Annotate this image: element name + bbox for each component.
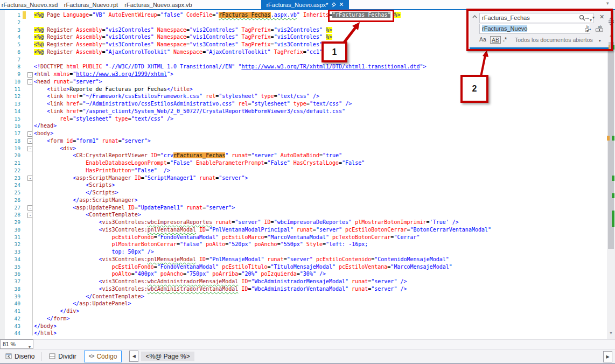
outline-margin [26,293,34,300]
code-line-32[interactable]: 32 plMostrarBotonCerrar="false" poAlto="… [0,241,607,248]
tag-navigator-forward-icon[interactable]: ▶ [603,351,612,362]
code-line-38[interactable]: 38 <vis3Controles:wbcAdministradorVentan… [0,285,607,293]
scrollbar-mark [607,136,610,141]
outline-margin [26,189,34,197]
callout-box-1: 1 [322,41,347,62]
line-number: 26 [0,197,23,204]
code-text: </div> [34,307,607,315]
line-number: 42 [0,315,23,323]
outline-margin [26,26,34,34]
code-text: <div> [34,145,607,152]
code-line-18[interactable]: 18- <form id="form1" runat="server"> [0,137,607,145]
code-line-17[interactable]: 17-<body> [0,130,607,137]
code-line-20[interactable]: 20 <CR:CrystalReportViewer ID="crvrFactu… [0,152,607,159]
line-number: 3 [0,26,23,34]
line-number: 9 [0,71,23,78]
code-line-34[interactable]: 34 <vis3Controles:pnlMensajeModal ID="Pn… [0,256,607,263]
line-number: 31 [0,234,23,241]
outline-margin: - [26,145,34,152]
line-number: 43 [0,323,23,330]
separator [41,352,41,361]
outline-margin [26,122,34,130]
code-text: <!DOCTYPE html PUBLIC "-//W3C//DTD XHTML… [34,63,607,71]
code-line-7[interactable]: 7 [0,56,607,64]
code-line-30[interactable]: 30 <vis3Controles:pnlVentanaModal ID="Pn… [0,226,607,234]
tab-overflow-chevron-icon[interactable]: ▾ [606,1,609,6]
code-line-13[interactable]: 13 <link href="~/Administrativo/cssEstil… [0,100,607,108]
line-number: 2 [0,19,23,26]
zoom-level-dropdown[interactable]: 81 % ▾ [0,339,33,349]
code-line-37[interactable]: 37 <vis3Controles:wbcAdministradorMensaj… [0,278,607,285]
code-line-44[interactable]: 44</html> [0,330,607,337]
code-line-40[interactable]: 40 </asp:UpdatePanel> [0,300,607,307]
code-text: pcEstiloFondo="FondoVentanaModal" pcEsti… [34,263,607,271]
code-text: <form id="form1" runat="server"> [34,137,607,145]
code-line-11[interactable]: 11 <title>Reporte de Facturas por Fechas… [0,86,607,93]
outline-margin [26,63,34,71]
tab-rfacturas-nuevo-xsd[interactable]: rFacturas_Nuevo.xsd [0,0,59,9]
tab-rfacturas-nuevo-aspx-vb[interactable]: rFacturas_Nuevo.aspx.vb [123,0,194,9]
line-number: 24 [0,181,23,189]
tab-rfacturas-nuevo-aspx-active[interactable]: rFacturas_Nuevo.aspx* ✕ [261,0,349,9]
code-line-28[interactable]: 28- <ContentTemplate> [0,211,607,219]
outline-margin [26,285,34,293]
close-tab-icon[interactable]: ✕ [339,2,344,8]
code-line-42[interactable]: 42 </form> [0,315,607,323]
code-line-21[interactable]: 21 EnableDatabaseLogonPrompt="False" Ena… [0,159,607,167]
code-line-29[interactable]: 29 <vis3Controles:wbcImpresoraReportes r… [0,219,607,226]
code-line-19[interactable]: 19- <div> [0,145,607,152]
code-text: rel="stylesheet" type="text/css" /> [34,115,607,123]
code-text: poAlto="400px" poAncho="750px" poArriba=… [34,270,607,278]
tag-navigator-breadcrumb[interactable]: <%@ Page %> [141,352,194,361]
code-line-24[interactable]: 24 <Scripts> [0,181,607,189]
code-line-10[interactable]: 10-<head runat="server"> [0,78,607,86]
outline-margin: - [26,71,34,78]
split-view-button[interactable]: Dividir [45,351,80,362]
code-line-12[interactable]: 12 <link href="~/Framework/cssEstilosFra… [0,93,607,100]
vertical-scrollbar[interactable]: ▲ ▼ [607,10,615,339]
code-line-25[interactable]: 25 </Scripts> [0,189,607,197]
code-line-35[interactable]: 35 pcEstiloFondo="FondoVentanaModal" pcE… [0,263,607,271]
code-line-9[interactable]: 9-<html xmlns="http://www.w3.org/1999/xh… [0,71,607,78]
code-line-31[interactable]: 31 pcEstiloFondo="FondoVentanaModal" pcE… [0,234,607,241]
code-text: <vis3Controles:pnlVentanaModal ID="PnlVe… [34,226,607,234]
code-line-26[interactable]: 26 </asp:ScriptManager> [0,197,607,204]
outline-margin [26,248,34,256]
code-line-15[interactable]: 15 rel="stylesheet" type="text/css" /> [0,115,607,123]
code-text: </Scripts> [34,189,607,197]
code-line-16[interactable]: 16</head> [0,122,607,130]
tab-rfacturas-nuevo-rpt[interactable]: rFacturas_Nuevo.rpt [59,0,123,9]
code-line-36[interactable]: 36 poAlto="400px" poAncho="750px" poArri… [0,270,607,278]
horizontal-scrollbar[interactable]: 81 % ▾ [0,339,615,349]
code-line-43[interactable]: 43</body> [0,323,607,330]
code-line-41[interactable]: 41 </div> [0,307,607,315]
line-number: 8 [0,63,23,71]
code-line-39[interactable]: 39 </ContentTemplate> [0,293,607,300]
code-line-23[interactable]: 23- <asp:ScriptManager ID="ScriptManager… [0,174,607,182]
line-number: 29 [0,219,23,226]
code-editor-surface[interactable]: 1<%@ Page Language="VB" AutoEventWireup=… [0,10,607,339]
outline-margin [26,278,34,285]
code-line-33[interactable]: 33 top: 50px" /> [0,248,607,256]
pin-icon[interactable] [331,2,336,8]
outline-margin [26,181,34,189]
scrollbar-mark [612,136,614,141]
collapse-region-icon[interactable]: - [27,72,33,78]
line-number: 30 [0,226,23,234]
tag-navigator-back-icon[interactable]: ◀ [129,351,138,362]
outline-margin [26,226,34,234]
design-view-label: Diseño [15,353,34,360]
code-view-button[interactable]: <> Código [84,351,122,362]
code-line-14[interactable]: 14 <link href="/aspnet_client/System_Web… [0,108,607,115]
annotation-rect-find-panel [466,9,613,51]
tab-label: rFacturas_Nuevo.aspx.vb [124,2,192,8]
outline-margin: - [26,78,34,86]
zoom-level-value: 81 % [3,341,16,347]
scroll-down-icon[interactable]: ▼ [607,331,615,335]
code-line-22[interactable]: 22 HasPrintButton="False" /> [0,167,607,174]
code-line-27[interactable]: 27- <asp:UpdatePanel ID="UpdatePanel1" r… [0,204,607,212]
design-view-button[interactable]: Diseño [1,351,39,362]
code-line-8[interactable]: 8<!DOCTYPE html PUBLIC "-//W3C//DTD XHTM… [0,63,607,71]
line-number: 4 [0,33,23,41]
code-text: </head> [34,122,607,130]
